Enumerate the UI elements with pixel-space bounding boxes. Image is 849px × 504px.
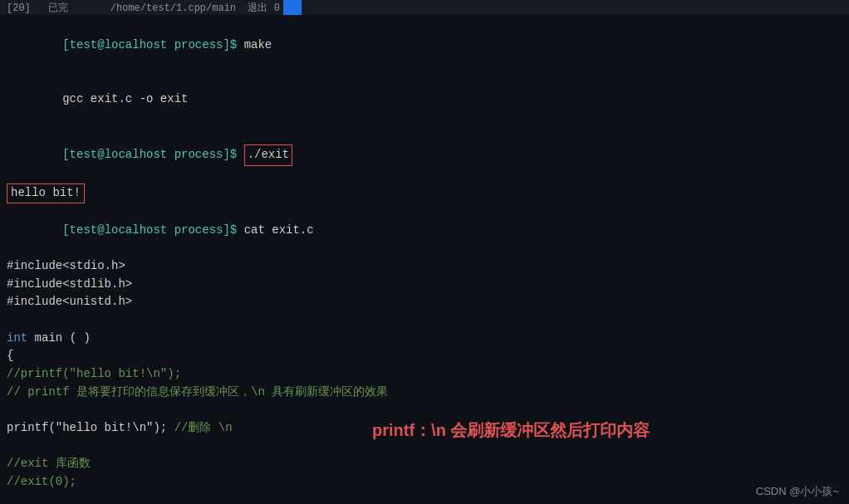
hello-bit-output: hello bit! [7,183,85,203]
line-include3: #include<unistd.h> [7,293,842,311]
comment-printf-long: // printf 是将要打印的信息保存到缓冲区，\n 具有刷新缓冲区的效果 [7,384,388,402]
cmd-gcc: gcc exit.c -o exit [62,92,188,105]
blue-icon [283,0,302,15]
top-bar: [20] 已完 /home/test/1.cpp/main 退出 0 [0,0,849,15]
top-bar-text: [20] 已完 /home/test/1.cpp/main 退出 0 [7,1,280,15]
comment-exit-call: //exit(0); [7,473,76,492]
line-include1: #include<stdio.h> [7,257,842,276]
line-text: [test@localhost process]$ make [7,18,364,72]
line-comment2: // printf 是将要打印的信息保存到缓冲区，\n 具有刷新缓冲区的效果 [7,384,842,402]
terminal-window: [20] 已完 /home/test/1.cpp/main 退出 0 [test… [0,0,849,504]
line-run: [test@localhost process]$ ./exit [7,126,842,183]
line-include2: #include<stdlib.h> [7,276,842,294]
line-text: [test@localhost process]$ ./exit [7,126,364,183]
comment-printf: //printf("hello bit!\n"); [7,365,181,384]
blank-line-2 [7,401,842,419]
prompt2: [test@localhost process]$ [62,148,243,161]
cmd-cat: cat exit.c [244,223,314,237]
line-gcc: gcc exit.c -o exit [7,72,842,126]
include-stdlib: #include<stdlib.h> [7,276,132,294]
prompt: [test@localhost process]$ [62,38,243,51]
line-text: [test@localhost process]$ cat exit.c [7,203,364,257]
include-unistd: #include<unistd.h> [7,293,132,311]
cmd-exit-boxed: ./exit [244,144,292,166]
line-exit-comment2: //exit(0); [7,473,842,492]
line-cat: [test@localhost process]$ cat exit.c [7,203,842,257]
comment-exit-lib: //exit 库函数 [7,455,91,473]
line-hello: hello bit! [7,183,842,203]
include-stdio: #include<stdio.h> [7,257,125,276]
blank-line-4 [7,491,842,504]
watermark: CSDN @小小孩~ [756,484,839,499]
brace-open: { [7,347,13,365]
line-make: [test@localhost process]$ make [7,18,842,72]
line-comment1: //printf("hello bit!\n"); [7,365,842,384]
cmd-make: make [244,38,272,51]
printf-code: printf("hello bit!\n"); //删除 \n [7,419,233,438]
blank-line-3 [7,437,842,455]
line-exit-comment1: //exit 库函数 [7,455,842,473]
prompt3: [test@localhost process]$ [62,223,243,237]
main-func: int main ( ) [7,330,91,348]
blank-line-1 [7,311,842,330]
line-text: gcc exit.c -o exit [7,72,364,126]
terminal-content: [test@localhost process]$ make gcc exit.… [0,15,849,504]
line-printf: printf("hello bit!\n"); //删除 \n printf：\… [7,419,842,438]
comment-delete-n: //删除 \n [174,421,233,434]
line-brace-open: { [7,347,842,365]
line-main: int main ( ) [7,330,842,348]
keyword-int: int [7,331,27,345]
